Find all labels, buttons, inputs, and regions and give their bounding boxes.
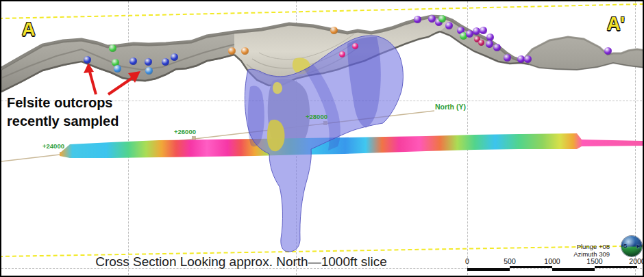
drill-collar-crimson (478, 40, 484, 46)
drill-collar-orange (330, 27, 338, 34)
drill-collar-green (109, 44, 116, 52)
caption: Cross Section Looking approx. North—1000… (70, 255, 412, 269)
drill-collar-orange (228, 47, 236, 55)
scale-label: 500 (495, 258, 525, 265)
outcrop-annotation-line1: Felsite outcrops (7, 96, 112, 109)
drill-collar-purple (445, 22, 453, 29)
view-orientation-globe-icon[interactable]: S E (621, 236, 642, 256)
drill-collar-purple (524, 55, 532, 63)
scale-segment (510, 266, 552, 269)
drill-collar-purple (473, 27, 480, 35)
cross-section-viewport[interactable]: A A' Felsite outcrops recently sampled +… (0, 0, 644, 277)
drill-collar-orange (241, 47, 249, 55)
outcrop-annotation-line2: recently sampled (7, 114, 119, 128)
drill-collar-lightblue (114, 65, 121, 72)
drill-collar-blue (171, 53, 178, 61)
axis-tick-label: +24000 (42, 143, 64, 150)
scene-3d[interactable] (1, 1, 644, 277)
drill-collar-pink (339, 51, 345, 57)
north-axis-label: North (Y) (435, 103, 466, 111)
drill-collar-purple (480, 27, 487, 34)
compass-letter-s: S (623, 243, 627, 249)
scale-segment (595, 266, 637, 269)
drill-collar-green (438, 15, 446, 23)
drill-collar-blue (145, 58, 152, 66)
drill-collar-blue (84, 56, 91, 64)
axis-tick-label: +26000 (174, 129, 196, 135)
drill-collar-purple (428, 15, 436, 23)
drill-collar-purple (466, 30, 473, 38)
geophysics-slice (60, 133, 643, 158)
drill-collar-lightblue (145, 67, 153, 75)
drill-collar-purple (604, 47, 612, 55)
scale-label: 0 (452, 258, 482, 265)
scale-label: 1000 (537, 258, 567, 265)
plunge-azimuth-readout: Plunge +08 Azimuth 309 (573, 243, 610, 259)
drill-collar-purple (486, 34, 494, 41)
drill-collar-purple (504, 54, 511, 62)
axis-tick-marker (193, 137, 196, 140)
scale-segment (552, 268, 595, 271)
scale-label: 1500 (580, 258, 610, 265)
scale-segment (467, 268, 510, 271)
drill-collar-pink (352, 43, 358, 49)
drill-collar-purple (414, 16, 421, 23)
drill-collar-blue (129, 57, 137, 65)
drill-collar-purple (493, 44, 501, 51)
drill-collar-blue (162, 58, 169, 66)
section-label-a: A (22, 21, 36, 39)
scale-label: 2000 (622, 258, 644, 265)
axis-tick-label: +28000 (306, 114, 327, 120)
drill-collar-purple (517, 55, 525, 63)
section-label-a-prime: A' (607, 15, 625, 34)
compass-letter-e: E (636, 243, 640, 250)
drill-collar-purple (486, 40, 493, 48)
